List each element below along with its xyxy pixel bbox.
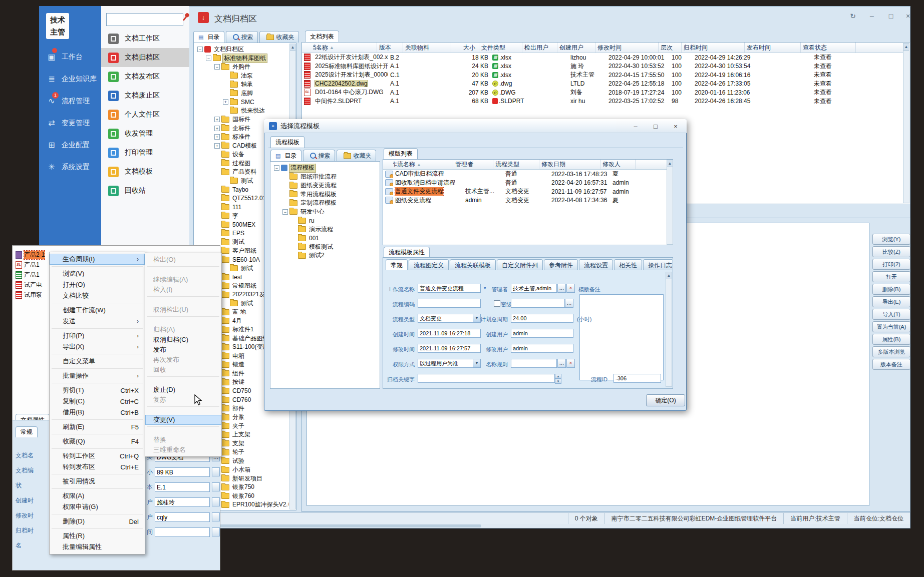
workflow-name-cell[interactable]: CAD审批归档流程 xyxy=(393,170,463,178)
expander-icon[interactable]: − xyxy=(274,165,279,171)
clear-button[interactable]: × xyxy=(566,284,575,293)
dialog-tree-tab[interactable]: ▤目录 xyxy=(270,150,301,161)
spin-up-icon[interactable]: ▲ xyxy=(555,374,561,379)
dialog-titlebar[interactable]: » 选择流程模板 xyxy=(264,119,687,133)
menu-item[interactable]: 借用(B) Ctrl+B xyxy=(50,407,145,418)
column-header[interactable]: 修改人 xyxy=(600,160,636,169)
menu-item[interactable]: 复苏 xyxy=(145,395,221,405)
menu-item[interactable] xyxy=(50,487,145,490)
expander-icon[interactable]: + xyxy=(214,126,220,131)
menu-item[interactable]: 文档比较 xyxy=(50,290,145,301)
browse-button[interactable]: … xyxy=(565,299,573,308)
sidebar-item[interactable]: ✳ 系统设置 xyxy=(39,156,101,178)
spinner-control[interactable]: ▲▼ xyxy=(555,374,561,383)
tree-tab[interactable]: 收藏夹 xyxy=(259,31,299,43)
menu-item[interactable] xyxy=(50,512,145,516)
table-row[interactable]: 中间件2.SLDPRT A.1 68 KB .SLDPRT xir hu 202… xyxy=(302,97,903,106)
expander-icon[interactable]: − xyxy=(206,56,211,61)
props-tab[interactable]: 自定义附件列 xyxy=(497,259,543,270)
menu-item[interactable]: 创建工作流(W) xyxy=(50,305,145,316)
browse-button[interactable] xyxy=(212,527,220,536)
menu-item[interactable] xyxy=(50,381,145,385)
menu-item[interactable]: 复制(C) Ctrl+C xyxy=(50,396,145,407)
field-value[interactable] xyxy=(155,527,210,537)
flow-id-field[interactable]: -306 xyxy=(613,374,661,383)
browse-button[interactable] xyxy=(212,467,220,476)
tree-node[interactable]: 常用流程模板 xyxy=(271,190,373,199)
tree-node[interactable]: − 外购件 xyxy=(194,63,288,72)
field-value[interactable]: cqly xyxy=(155,512,210,522)
action-button[interactable]: 导入(1) xyxy=(872,309,910,320)
doc-name-cell[interactable]: 2025标准物料库图纸设计开... xyxy=(313,62,388,71)
nav-item[interactable]: 收发管理 xyxy=(101,124,189,143)
menu-item[interactable] xyxy=(145,425,221,435)
tree-tab[interactable]: ▤目录 xyxy=(193,31,224,43)
menu-item[interactable]: 检入(I) xyxy=(145,285,221,295)
props-tab[interactable]: 操作日志 xyxy=(643,259,672,270)
menu-item[interactable]: 被引用情况 xyxy=(50,476,145,487)
browse-button[interactable] xyxy=(212,512,220,521)
field-value[interactable]: 施桂玲 xyxy=(155,497,210,507)
doc-name-cell[interactable]: D01-0164 中心滚刀.DWG xyxy=(313,88,388,97)
menu-item[interactable] xyxy=(145,405,221,415)
table-row[interactable]: D01-0164 中心滚刀.DWG A.1 207 KB .DWG 刘备 201… xyxy=(302,88,903,97)
scroll-up-icon[interactable]: ▲ xyxy=(667,160,673,167)
action-button[interactable]: 置为当前(A) xyxy=(872,321,910,332)
menu-item[interactable]: 权限(A) xyxy=(50,490,145,501)
nav-item[interactable]: 回收站 xyxy=(101,181,189,200)
sidebar-item[interactable]: ⊞ 企业配置 xyxy=(39,134,101,156)
nav-item[interactable]: 打印管理 xyxy=(101,143,189,162)
menu-item[interactable] xyxy=(50,472,145,476)
spin-down-icon[interactable]: ▼ xyxy=(555,379,561,384)
table-row[interactable]: CHC22042502.dwg A.1 47 KB .dwg LTLD 2022… xyxy=(302,80,903,89)
menu-item[interactable]: 剪切(T) Ctrl+X xyxy=(50,385,145,396)
action-button[interactable]: 打开 xyxy=(872,271,910,282)
tree-node[interactable]: − 流程模板 xyxy=(271,164,373,173)
manager-field[interactable]: 技术主管,admin xyxy=(511,284,557,293)
close-button[interactable]: × xyxy=(901,12,914,20)
column-header[interactable]: 归档时间 xyxy=(682,43,745,53)
minimize-button[interactable]: – xyxy=(865,12,878,20)
tree-node[interactable]: 测试2 xyxy=(271,251,373,260)
general-tab[interactable]: 常规 xyxy=(16,426,38,437)
action-button[interactable]: 属性(B) xyxy=(872,334,910,345)
menu-item[interactable] xyxy=(50,447,145,450)
tree-node[interactable]: − 文档归档区 xyxy=(194,45,288,54)
action-button[interactable]: 删除(B) xyxy=(872,284,910,295)
field-value[interactable]: E.1 xyxy=(155,482,210,492)
menu-item[interactable]: 自定义菜单 xyxy=(50,356,145,367)
tree-node[interactable]: ru xyxy=(271,216,373,225)
table-row[interactable]: 普通文件变更流程 技术主管... 文档变更 2021-11-09 16:27:5… xyxy=(383,187,667,196)
tree-node[interactable]: 定制流程模板 xyxy=(271,199,373,208)
menu-item[interactable]: 变更(V) xyxy=(145,415,221,425)
nav-item[interactable]: 个人文件区 xyxy=(101,105,189,124)
menu-item[interactable]: 删除(D) Del xyxy=(50,516,145,527)
dialog-minimize-button[interactable]: – xyxy=(628,123,643,130)
tree-node[interactable]: 底脚 xyxy=(194,89,288,98)
tree-node[interactable]: 图纸审批流程 xyxy=(271,173,373,182)
browse-button[interactable] xyxy=(212,482,220,491)
action-button[interactable]: 导出(E) xyxy=(872,296,910,307)
browse-button[interactable]: … xyxy=(557,284,566,293)
flow-code-field[interactable] xyxy=(418,299,481,308)
menu-item[interactable]: 打开(O) xyxy=(50,279,145,290)
action-button[interactable]: 浏览(Y) xyxy=(872,234,910,245)
props-tab[interactable]: 流程设置 xyxy=(579,259,613,270)
template-props-tab[interactable]: 流程模板属性 xyxy=(384,247,430,258)
menu-item[interactable]: 废止(D) xyxy=(145,385,221,395)
doc-list-tab[interactable]: 文档列表 xyxy=(305,31,339,42)
expander-icon[interactable]: + xyxy=(223,99,228,105)
action-button[interactable]: 比较(Z) xyxy=(872,246,910,257)
menu-item[interactable]: 收藏(Q) F4 xyxy=(50,436,145,447)
menu-item[interactable]: 打印(P) › xyxy=(50,330,145,341)
doc-name-cell[interactable]: 22纸设计开发计划表_002.xlsx xyxy=(313,53,388,62)
create-user-field[interactable]: admin xyxy=(511,329,573,338)
table-row[interactable]: 2025设计开发计划表_000001... C.1 20 KB .xlsx 技术… xyxy=(302,71,903,80)
cycle-field[interactable]: 24.00 xyxy=(511,314,573,323)
workflow-name-cell[interactable]: 普通文件变更流程 xyxy=(393,187,463,196)
menu-item[interactable]: 刷新(E) F5 xyxy=(50,421,145,432)
props-tab[interactable]: 常规 xyxy=(386,259,408,270)
menu-item[interactable] xyxy=(50,367,145,370)
browse-button[interactable]: … xyxy=(557,359,566,368)
browse-button[interactable] xyxy=(212,497,220,506)
